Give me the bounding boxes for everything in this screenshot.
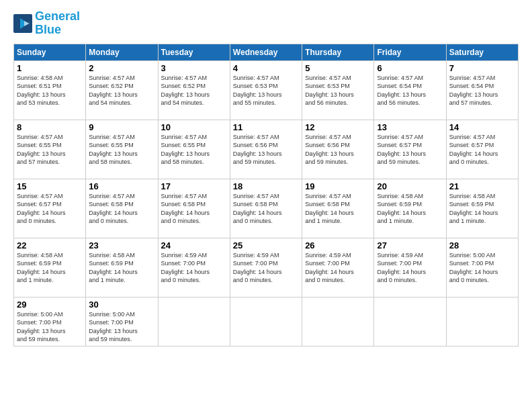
day-number: 29 [17, 300, 83, 310]
calendar-cell [446, 297, 518, 346]
calendar-cell: 11Sunrise: 4:57 AMSunset: 6:56 PMDayligh… [230, 120, 302, 179]
calendar-week-row: 22Sunrise: 4:58 AMSunset: 6:59 PMDayligh… [14, 238, 519, 297]
calendar-cell: 3Sunrise: 4:57 AMSunset: 6:52 PMDaylight… [158, 60, 230, 120]
calendar-cell: 7Sunrise: 4:57 AMSunset: 6:54 PMDaylight… [446, 60, 518, 120]
day-number: 12 [305, 122, 371, 132]
day-info: Sunrise: 5:00 AMSunset: 7:00 PMDaylight:… [449, 251, 515, 285]
calendar-cell: 9Sunrise: 4:57 AMSunset: 6:55 PMDaylight… [86, 120, 158, 179]
day-number: 11 [233, 122, 299, 132]
day-number: 25 [233, 240, 299, 250]
day-info: Sunrise: 4:57 AMSunset: 6:53 PMDaylight:… [305, 74, 371, 107]
weekday-header-saturday: Saturday [446, 44, 518, 60]
day-number: 20 [377, 181, 443, 191]
calendar-cell: 29Sunrise: 5:00 AMSunset: 7:00 PMDayligh… [14, 297, 86, 346]
day-number: 16 [89, 181, 154, 191]
calendar-cell: 16Sunrise: 4:57 AMSunset: 6:58 PMDayligh… [86, 179, 158, 238]
day-info: Sunrise: 4:57 AMSunset: 6:57 PMDaylight:… [377, 133, 443, 167]
calendar-header-row: SundayMondayTuesdayWednesdayThursdayFrid… [14, 44, 519, 60]
day-number: 26 [305, 240, 371, 250]
day-number: 21 [449, 181, 515, 191]
calendar-cell: 27Sunrise: 4:59 AMSunset: 7:00 PMDayligh… [374, 238, 446, 297]
logo: General Blue [13, 10, 80, 37]
calendar-cell: 20Sunrise: 4:58 AMSunset: 6:59 PMDayligh… [374, 179, 446, 238]
calendar-week-row: 29Sunrise: 5:00 AMSunset: 7:00 PMDayligh… [14, 297, 519, 346]
day-number: 6 [377, 63, 443, 73]
weekday-header-sunday: Sunday [14, 44, 86, 60]
logo-text: General Blue [35, 10, 80, 37]
calendar-cell: 18Sunrise: 4:57 AMSunset: 6:58 PMDayligh… [230, 179, 302, 238]
day-number: 24 [161, 240, 227, 250]
calendar-cell: 14Sunrise: 4:57 AMSunset: 6:57 PMDayligh… [446, 120, 518, 179]
day-info: Sunrise: 4:57 AMSunset: 6:55 PMDaylight:… [89, 133, 154, 167]
day-info: Sunrise: 4:57 AMSunset: 6:57 PMDaylight:… [449, 133, 515, 167]
day-number: 3 [161, 63, 227, 73]
day-info: Sunrise: 4:58 AMSunset: 6:59 PMDaylight:… [377, 192, 443, 226]
day-info: Sunrise: 4:57 AMSunset: 6:54 PMDaylight:… [449, 74, 515, 107]
day-info: Sunrise: 5:00 AMSunset: 7:00 PMDaylight:… [89, 310, 154, 344]
day-number: 23 [89, 240, 154, 250]
calendar-cell: 21Sunrise: 4:58 AMSunset: 6:59 PMDayligh… [446, 179, 518, 238]
calendar-cell: 25Sunrise: 4:59 AMSunset: 7:00 PMDayligh… [230, 238, 302, 297]
calendar-cell: 12Sunrise: 4:57 AMSunset: 6:56 PMDayligh… [302, 120, 374, 179]
calendar-cell [374, 297, 446, 346]
day-info: Sunrise: 4:57 AMSunset: 6:58 PMDaylight:… [305, 192, 371, 226]
day-number: 5 [305, 63, 371, 73]
day-number: 18 [233, 181, 299, 191]
calendar-table: SundayMondayTuesdayWednesdayThursdayFrid… [13, 44, 519, 347]
day-info: Sunrise: 4:58 AMSunset: 6:51 PMDaylight:… [17, 74, 83, 107]
day-info: Sunrise: 4:58 AMSunset: 6:59 PMDaylight:… [17, 251, 83, 285]
day-info: Sunrise: 4:59 AMSunset: 7:00 PMDaylight:… [161, 251, 227, 285]
day-info: Sunrise: 4:57 AMSunset: 6:56 PMDaylight:… [305, 133, 371, 167]
day-number: 10 [161, 122, 227, 132]
calendar-cell: 28Sunrise: 5:00 AMSunset: 7:00 PMDayligh… [446, 238, 518, 297]
day-info: Sunrise: 4:57 AMSunset: 6:58 PMDaylight:… [89, 192, 154, 226]
calendar-week-row: 1Sunrise: 4:58 AMSunset: 6:51 PMDaylight… [14, 60, 519, 120]
day-info: Sunrise: 4:57 AMSunset: 6:56 PMDaylight:… [233, 133, 299, 167]
day-info: Sunrise: 4:57 AMSunset: 6:55 PMDaylight:… [17, 133, 83, 167]
calendar-cell: 30Sunrise: 5:00 AMSunset: 7:00 PMDayligh… [86, 297, 158, 346]
day-info: Sunrise: 4:57 AMSunset: 6:58 PMDaylight:… [233, 192, 299, 226]
calendar-cell: 8Sunrise: 4:57 AMSunset: 6:55 PMDaylight… [14, 120, 86, 179]
day-number: 4 [233, 63, 299, 73]
calendar-cell [230, 297, 302, 346]
calendar-cell: 13Sunrise: 4:57 AMSunset: 6:57 PMDayligh… [374, 120, 446, 179]
calendar-cell: 17Sunrise: 4:57 AMSunset: 6:58 PMDayligh… [158, 179, 230, 238]
day-number: 14 [449, 122, 515, 132]
weekday-header-friday: Friday [374, 44, 446, 60]
day-info: Sunrise: 4:59 AMSunset: 7:00 PMDaylight:… [305, 251, 371, 285]
day-number: 27 [377, 240, 443, 250]
weekday-header-thursday: Thursday [302, 44, 374, 60]
day-number: 8 [17, 122, 83, 132]
day-number: 30 [89, 300, 154, 310]
day-info: Sunrise: 4:59 AMSunset: 7:00 PMDaylight:… [233, 251, 299, 285]
day-info: Sunrise: 4:57 AMSunset: 6:57 PMDaylight:… [17, 192, 83, 226]
day-number: 1 [17, 63, 83, 73]
calendar-cell: 23Sunrise: 4:58 AMSunset: 6:59 PMDayligh… [86, 238, 158, 297]
calendar-week-row: 8Sunrise: 4:57 AMSunset: 6:55 PMDaylight… [14, 120, 519, 179]
day-number: 15 [17, 181, 83, 191]
calendar-cell: 22Sunrise: 4:58 AMSunset: 6:59 PMDayligh… [14, 238, 86, 297]
day-info: Sunrise: 5:00 AMSunset: 7:00 PMDaylight:… [17, 310, 83, 344]
page: General Blue SundayMondayTuesdayWednesda… [0, 0, 532, 411]
day-info: Sunrise: 4:57 AMSunset: 6:52 PMDaylight:… [161, 74, 227, 107]
day-info: Sunrise: 4:58 AMSunset: 6:59 PMDaylight:… [89, 251, 154, 285]
weekday-header-wednesday: Wednesday [230, 44, 302, 60]
day-info: Sunrise: 4:59 AMSunset: 7:00 PMDaylight:… [377, 251, 443, 285]
day-number: 17 [161, 181, 227, 191]
day-number: 7 [449, 63, 515, 73]
day-number: 13 [377, 122, 443, 132]
calendar-cell: 5Sunrise: 4:57 AMSunset: 6:53 PMDaylight… [302, 60, 374, 120]
calendar-cell [158, 297, 230, 346]
calendar-body: 1Sunrise: 4:58 AMSunset: 6:51 PMDaylight… [14, 60, 519, 346]
calendar-cell: 19Sunrise: 4:57 AMSunset: 6:58 PMDayligh… [302, 179, 374, 238]
calendar-cell: 15Sunrise: 4:57 AMSunset: 6:57 PMDayligh… [14, 179, 86, 238]
day-number: 2 [89, 63, 154, 73]
calendar-cell: 1Sunrise: 4:58 AMSunset: 6:51 PMDaylight… [14, 60, 86, 120]
weekday-header-tuesday: Tuesday [158, 44, 230, 60]
calendar-cell: 26Sunrise: 4:59 AMSunset: 7:00 PMDayligh… [302, 238, 374, 297]
logo-icon [13, 14, 32, 33]
day-info: Sunrise: 4:57 AMSunset: 6:55 PMDaylight:… [161, 133, 227, 167]
weekday-header-monday: Monday [86, 44, 158, 60]
day-info: Sunrise: 4:57 AMSunset: 6:54 PMDaylight:… [377, 74, 443, 107]
calendar-cell: 2Sunrise: 4:57 AMSunset: 6:52 PMDaylight… [86, 60, 158, 120]
